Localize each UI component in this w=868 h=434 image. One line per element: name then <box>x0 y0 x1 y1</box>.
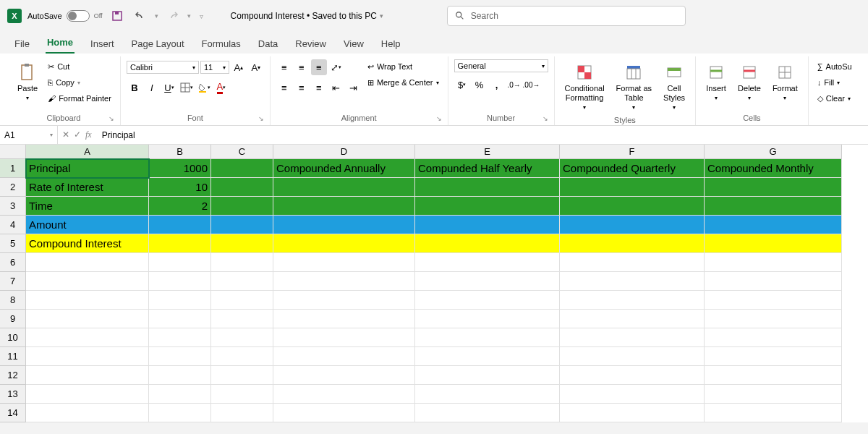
cell-E2[interactable] <box>415 178 560 197</box>
alignment-launcher[interactable]: ↘ <box>436 115 442 122</box>
col-header-G[interactable]: G <box>705 145 842 159</box>
font-color-button[interactable]: A▾ <box>213 80 229 95</box>
cell-A13[interactable] <box>26 385 149 404</box>
cell-G14[interactable] <box>705 404 842 422</box>
tab-insert[interactable]: Insert <box>89 35 116 54</box>
undo-button[interactable] <box>132 7 149 25</box>
cell-D11[interactable] <box>273 347 415 366</box>
align-top-button[interactable]: ≡ <box>276 59 292 75</box>
row-header[interactable]: 10 <box>0 328 26 347</box>
fill-color-button[interactable]: ▾ <box>196 80 212 95</box>
row-header[interactable]: 6 <box>0 253 26 272</box>
orientation-button[interactable]: ⤢▾ <box>328 59 344 75</box>
cell-C1[interactable] <box>211 159 273 178</box>
autosum-button[interactable]: ∑AutoSu <box>814 59 855 74</box>
decrease-font-button[interactable]: A▾ <box>248 59 264 75</box>
cell-E14[interactable] <box>415 404 560 422</box>
cell-A10[interactable] <box>26 328 149 347</box>
decrease-decimal-button[interactable]: .00→ <box>524 77 540 93</box>
cell-B10[interactable] <box>149 328 211 347</box>
cell-G4[interactable] <box>705 216 842 234</box>
cell-C3[interactable] <box>211 197 273 216</box>
col-header-B[interactable]: B <box>149 145 211 159</box>
align-left-button[interactable]: ≡ <box>276 80 292 95</box>
cell-F7[interactable] <box>560 272 705 291</box>
format-painter-button[interactable]: 🖌Format Painter <box>45 91 114 106</box>
cell-D13[interactable] <box>273 385 415 404</box>
cell-B8[interactable] <box>149 291 211 310</box>
formula-input[interactable]: Principal <box>96 130 868 140</box>
increase-font-button[interactable]: A▴ <box>231 59 247 75</box>
cell-G1[interactable]: Compounded Monthly <box>705 159 842 178</box>
name-box[interactable]: A1▾ <box>0 126 58 144</box>
cell-E9[interactable] <box>415 310 560 328</box>
underline-button[interactable]: U▾ <box>161 80 177 95</box>
cell-B11[interactable] <box>149 347 211 366</box>
cell-D5[interactable] <box>273 234 415 253</box>
doc-title[interactable]: Compound Interest • Saved to this PC▾ <box>231 11 383 21</box>
cell-D7[interactable] <box>273 272 415 291</box>
cell-D10[interactable] <box>273 328 415 347</box>
cell-D8[interactable] <box>273 291 415 310</box>
increase-decimal-button[interactable]: .0→ <box>506 77 522 93</box>
col-header-C[interactable]: C <box>211 145 273 159</box>
cell-B9[interactable] <box>149 310 211 328</box>
cell-A9[interactable] <box>26 310 149 328</box>
cell-G9[interactable] <box>705 310 842 328</box>
cell-G6[interactable] <box>705 253 842 272</box>
cell-F14[interactable] <box>560 404 705 422</box>
row-header[interactable]: 1 <box>0 159 26 178</box>
row-header[interactable]: 14 <box>0 404 26 422</box>
cell-A12[interactable] <box>26 366 149 385</box>
cell-C13[interactable] <box>211 385 273 404</box>
fill-button[interactable]: ↓Fill▾ <box>814 75 855 90</box>
cell-D6[interactable] <box>273 253 415 272</box>
clipboard-launcher[interactable]: ↘ <box>109 115 114 122</box>
copy-button[interactable]: ⎘Copy▾ <box>45 75 114 90</box>
align-middle-button[interactable]: ≡ <box>294 59 310 75</box>
cell-E7[interactable] <box>415 272 560 291</box>
comma-button[interactable]: , <box>489 77 505 93</box>
cell-E3[interactable] <box>415 197 560 216</box>
cell-F13[interactable] <box>560 385 705 404</box>
cell-A7[interactable] <box>26 272 149 291</box>
cell-C2[interactable] <box>211 178 273 197</box>
percent-button[interactable]: % <box>472 77 488 93</box>
merge-center-button[interactable]: ⊞Merge & Center▾ <box>365 75 442 90</box>
cell-E8[interactable] <box>415 291 560 310</box>
cell-F12[interactable] <box>560 366 705 385</box>
cell-D12[interactable] <box>273 366 415 385</box>
toggle-switch[interactable] <box>67 10 90 22</box>
cell-F1[interactable]: Compounded Quarterly <box>560 159 705 178</box>
tab-file[interactable]: File <box>13 35 31 54</box>
autosave-toggle[interactable]: AutoSave Off <box>27 10 103 22</box>
cell-A1[interactable]: Principal <box>26 159 149 178</box>
row-header[interactable]: 8 <box>0 291 26 310</box>
cell-G3[interactable] <box>705 197 842 216</box>
cut-button[interactable]: ✂Cut <box>45 59 114 74</box>
cell-D1[interactable]: Compounded Annually <box>273 159 415 178</box>
tab-home[interactable]: Home <box>46 34 75 54</box>
cell-C12[interactable] <box>211 366 273 385</box>
cell-G10[interactable] <box>705 328 842 347</box>
tab-help[interactable]: Help <box>380 35 402 54</box>
conditional-formatting-button[interactable]: Conditional Formatting▾ <box>561 59 609 114</box>
cell-F11[interactable] <box>560 347 705 366</box>
row-header[interactable]: 11 <box>0 347 26 366</box>
bold-button[interactable]: B <box>127 80 142 95</box>
delete-cells-button[interactable]: Delete▾ <box>733 59 765 105</box>
cell-G8[interactable] <box>705 291 842 310</box>
cell-A2[interactable]: Rate of Interest <box>26 178 149 197</box>
paste-button[interactable]: Paste▾ <box>13 59 42 105</box>
cell-F9[interactable] <box>560 310 705 328</box>
cell-E11[interactable] <box>415 347 560 366</box>
cell-C9[interactable] <box>211 310 273 328</box>
cell-D2[interactable] <box>273 178 415 197</box>
cell-E10[interactable] <box>415 328 560 347</box>
align-center-button[interactable]: ≡ <box>294 80 310 95</box>
cell-F4[interactable] <box>560 216 705 234</box>
row-header[interactable]: 9 <box>0 310 26 328</box>
cell-A4[interactable]: Amount <box>26 216 149 234</box>
italic-button[interactable]: I <box>144 80 160 95</box>
increase-indent-button[interactable]: ⇥ <box>346 80 362 95</box>
